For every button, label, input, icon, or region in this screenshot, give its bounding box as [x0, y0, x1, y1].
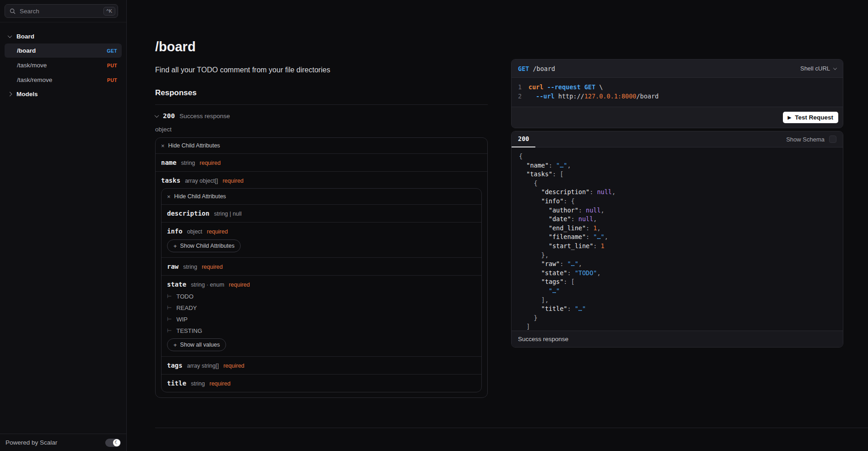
- status-tab-200[interactable]: 200: [512, 131, 535, 147]
- show-all-values-button[interactable]: + Show all values: [167, 338, 226, 351]
- language-selector-value: Shell cURL: [800, 65, 830, 72]
- sidebar-group-label: Board: [16, 33, 34, 40]
- property-name: state: [167, 281, 186, 288]
- sidebar-item-label: /board: [17, 47, 36, 54]
- property-row-tasks: tasks array object[] required × Hide Chi…: [156, 172, 487, 397]
- show-schema-label: Show Schema: [786, 136, 825, 143]
- hide-child-attributes-button[interactable]: × Hide Child Attributes: [162, 189, 481, 205]
- operation-section: /board Find all your TODO comment from y…: [155, 0, 488, 398]
- code-line: {: [519, 179, 836, 188]
- plus-icon: +: [173, 243, 177, 249]
- show-child-attributes-button[interactable]: + Show Child Attributes: [167, 239, 241, 252]
- request-example-card: GET /board Shell cURL 1curl --request GE…: [511, 59, 843, 128]
- divider: [155, 428, 868, 428]
- sidebar-item-board[interactable]: /board GET: [5, 43, 122, 58]
- response-status-label: Success response: [179, 113, 230, 120]
- enum-value-label: TODO: [176, 293, 193, 299]
- property-type: array string[]: [187, 363, 219, 369]
- hide-child-attributes-button[interactable]: × Hide Child Attributes: [156, 138, 487, 154]
- enum-value-label: TESTING: [176, 328, 202, 334]
- response-card-header: 200 Show Schema: [512, 131, 843, 147]
- code-line: "name": "…",: [519, 161, 836, 170]
- code-line: "description": null,: [519, 188, 836, 197]
- property-type: string · enum: [191, 282, 224, 288]
- property-name: description: [167, 210, 210, 217]
- enum-value-label: READY: [176, 305, 197, 311]
- property-row-tags: tags array string[] required: [162, 357, 481, 375]
- code-line: "end_line": 1,: [519, 224, 836, 233]
- property-name: raw: [167, 263, 178, 270]
- plus-icon: +: [173, 342, 177, 348]
- response-200-toggle[interactable]: 200 Success response: [155, 112, 488, 120]
- property-name: title: [167, 380, 186, 387]
- sidebar-nav: Board /board GET /task/move PUT /task/re…: [0, 22, 126, 108]
- request-title: GET /board: [518, 65, 555, 72]
- close-icon: ×: [167, 194, 171, 200]
- hide-child-attributes-label: Hide Child Attributes: [168, 142, 220, 149]
- chevron-down-icon: [833, 66, 837, 70]
- code-line: },: [519, 251, 836, 260]
- code-line: "state": "TODO",: [519, 269, 836, 278]
- responses-heading: Responses: [155, 88, 488, 98]
- property-row-info: info object required + Show Child Attrib…: [162, 223, 481, 258]
- powered-by-label: Powered by Scalar: [5, 439, 57, 446]
- show-schema-control: Show Schema: [786, 136, 836, 143]
- response-example-card: 200 Show Schema { "name": "…", "tasks": …: [511, 131, 843, 348]
- code-line: }: [519, 314, 836, 323]
- dark-mode-toggle[interactable]: ☾: [105, 439, 121, 447]
- code-line: ],: [519, 296, 836, 305]
- enum-branch-icon: ⊢: [167, 305, 172, 311]
- property-type: array object[]: [185, 178, 218, 184]
- search-placeholder: Search: [20, 8, 39, 15]
- required-badge: required: [202, 264, 223, 270]
- property-row-title: title string required: [162, 375, 481, 392]
- enum-branch-icon: ⊢: [167, 316, 172, 322]
- required-badge: required: [222, 178, 243, 184]
- example-column: GET /board Shell cURL 1curl --request GE…: [511, 0, 843, 398]
- language-selector[interactable]: Shell cURL: [800, 65, 836, 72]
- show-all-values-label: Show all values: [180, 342, 220, 348]
- response-json-body[interactable]: { "name": "…", "tasks": [ { "description…: [512, 147, 843, 331]
- code-line: "…": [519, 287, 836, 296]
- test-request-button[interactable]: ▶ Test Request: [783, 112, 838, 123]
- operation-description: Find all your TODO comment from your fil…: [155, 66, 488, 74]
- moon-icon: ☾: [113, 439, 120, 446]
- curl-code-block[interactable]: 1curl --request GET \2 --url http://127.…: [512, 78, 843, 107]
- enum-value-label: WIP: [176, 316, 188, 322]
- sidebar-item-task-remove[interactable]: /task/remove PUT: [5, 73, 122, 87]
- line-number: 2: [518, 92, 523, 101]
- sidebar-group-board[interactable]: Board: [5, 30, 122, 43]
- chevron-right-icon: [8, 92, 12, 97]
- property-type: string: [191, 380, 205, 387]
- code-line: "title": "…": [519, 304, 836, 314]
- code-line: 1curl --request GET \: [518, 83, 836, 92]
- code-line: "filename": "…",: [519, 233, 836, 242]
- code-line: "date": null,: [519, 215, 836, 224]
- sidebar-group-label: Models: [16, 91, 38, 98]
- property-name: tasks: [161, 177, 180, 184]
- line-number: 1: [518, 83, 523, 92]
- required-badge: required: [199, 160, 221, 166]
- test-request-label: Test Request: [795, 114, 833, 121]
- show-schema-checkbox[interactable]: [829, 136, 836, 143]
- sidebar-group-models[interactable]: Models: [5, 87, 122, 101]
- property-name: tags: [167, 362, 183, 369]
- sidebar-item-task-move[interactable]: /task/move PUT: [5, 58, 122, 72]
- code-line: "start_line": 1: [519, 242, 836, 251]
- sidebar-search-section: Search ^K: [0, 0, 126, 22]
- enum-value-todo: ⊢ TODO: [167, 293, 476, 299]
- hide-child-attributes-label: Hide Child Attributes: [174, 193, 226, 200]
- sidebar-item-label: /task/move: [17, 62, 47, 69]
- search-input[interactable]: Search ^K: [5, 4, 118, 18]
- property-name: info: [167, 228, 183, 235]
- property-row-state: state string · enum required ⊢ TODO: [162, 276, 481, 357]
- code-line: {: [519, 152, 836, 161]
- response-card-footer: Success response: [512, 331, 843, 347]
- enum-branch-icon: ⊢: [167, 293, 172, 299]
- property-row-raw: raw string required: [162, 258, 481, 276]
- enum-value-wip: ⊢ WIP: [167, 316, 476, 322]
- property-type: object: [187, 228, 202, 235]
- search-shortcut-badge: ^K: [103, 7, 116, 16]
- required-badge: required: [229, 282, 250, 288]
- property-type: string: [181, 160, 195, 166]
